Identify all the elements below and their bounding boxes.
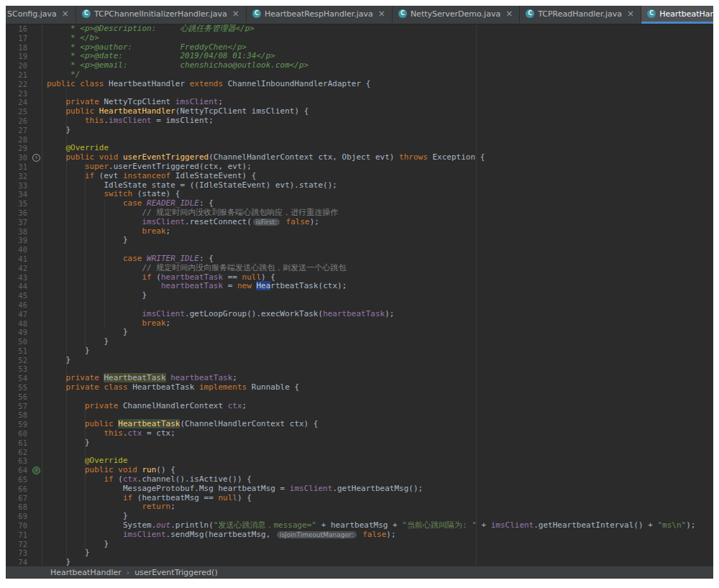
override-marker-icon[interactable]: ↑ [32, 153, 42, 162]
editor-tab[interactable]: CHeartbeatRespHandler.java× [247, 6, 393, 24]
gutter-space [32, 245, 42, 254]
editor-tab[interactable]: CTCPReadHandler.java× [520, 6, 641, 24]
line-number[interactable]: 39 [6, 236, 32, 245]
line-number[interactable]: 24 [6, 98, 32, 107]
line-number[interactable]: 20 [6, 61, 32, 70]
line-number[interactable]: 52 [6, 356, 32, 365]
line-number[interactable]: 17 [6, 34, 32, 43]
gutter-space [32, 548, 42, 558]
line-number[interactable]: 44 [6, 282, 32, 291]
line-number[interactable]: 70 [6, 521, 32, 530]
line-number[interactable]: 41 [6, 254, 32, 264]
code-line: 49 } [6, 328, 713, 337]
tab-label: TCPChannelInitializerHandler.java [94, 9, 227, 19]
code-line: 52 } [6, 356, 713, 365]
line-number[interactable]: 35 [6, 199, 32, 208]
gutter-space [32, 135, 42, 144]
line-number[interactable]: 63 [6, 456, 32, 466]
line-number[interactable]: 28 [6, 135, 32, 144]
line-number[interactable]: 40 [6, 245, 32, 254]
close-tab-icon[interactable]: × [62, 9, 69, 18]
line-number[interactable]: 60 [6, 429, 32, 438]
line-number[interactable]: 22 [6, 80, 32, 89]
line-number[interactable]: 59 [6, 420, 32, 429]
code-area[interactable]: 16 * <p>@Description: 心跳任务管理器</p>17 * </… [6, 24, 713, 566]
line-number[interactable]: 23 [6, 89, 32, 98]
close-tab-icon[interactable]: × [505, 9, 513, 18]
line-number[interactable]: 73 [6, 548, 32, 558]
line-number[interactable]: 49 [6, 328, 32, 337]
line-number[interactable]: 29 [6, 144, 32, 153]
line-number[interactable]: 62 [6, 448, 32, 457]
tab-label: SConfig.java [7, 9, 57, 19]
close-tab-icon[interactable]: × [378, 9, 385, 18]
breadcrumb-class[interactable]: HeartbeatHandler [49, 568, 123, 577]
editor[interactable]: 16 * <p>@Description: 心跳任务管理器</p>17 * </… [6, 24, 713, 566]
line-number[interactable]: 50 [6, 337, 32, 346]
line-number[interactable]: 30 [6, 153, 32, 162]
line-number[interactable]: 32 [6, 172, 32, 181]
gutter-space [32, 199, 42, 208]
line-number[interactable]: 61 [6, 438, 32, 448]
close-tab-icon[interactable]: × [232, 9, 239, 18]
line-number[interactable]: 55 [6, 383, 32, 392]
line-number[interactable]: 58 [6, 410, 32, 420]
gutter-space [32, 484, 42, 494]
line-number[interactable]: 33 [6, 181, 32, 190]
breadcrumb-method[interactable]: userEventTriggered() [133, 568, 219, 577]
line-number[interactable]: 68 [6, 502, 32, 512]
line-number[interactable]: 47 [6, 310, 32, 319]
line-number[interactable]: 38 [6, 227, 32, 236]
code-text: this.imsClient = imsClient; [47, 116, 214, 126]
line-number[interactable]: 66 [6, 484, 32, 494]
gutter-space [32, 540, 42, 549]
tab-label: NettyServerDemo.java [411, 9, 500, 19]
gutter-space [32, 300, 42, 310]
code-text: } [47, 558, 70, 566]
line-number[interactable]: 57 [6, 402, 32, 411]
line-number[interactable]: 53 [6, 364, 32, 374]
line-number[interactable]: 21 [6, 70, 32, 80]
editor-tab[interactable]: CNettyServerDemo.java× [393, 6, 520, 24]
line-number[interactable]: 27 [6, 126, 32, 135]
editor-tab[interactable]: CHeartbeatHandler.java× [641, 6, 713, 24]
line-number[interactable]: 36 [6, 208, 32, 218]
gutter-space [32, 282, 42, 291]
code-line: 73 } [6, 548, 713, 558]
line-number[interactable]: 19 [6, 52, 32, 61]
tab-label: HeartbeatHandler.java [659, 9, 713, 19]
code-line: 60 this.ctx = ctx; [6, 429, 713, 438]
line-number[interactable]: 64 [6, 466, 32, 475]
line-number[interactable]: 65 [6, 475, 32, 484]
line-number[interactable]: 72 [6, 540, 32, 549]
line-number[interactable]: 54 [6, 374, 32, 383]
code-text: } [47, 291, 147, 300]
gutter-space [32, 218, 42, 227]
line-number[interactable]: 48 [6, 319, 32, 329]
line-number[interactable]: 46 [6, 300, 32, 310]
line-number[interactable]: 26 [6, 116, 32, 126]
line-number[interactable]: 45 [6, 291, 32, 300]
line-number[interactable]: 42 [6, 264, 32, 273]
line-number[interactable]: 51 [6, 346, 32, 356]
implements-marker-icon[interactable]: ↑ [32, 466, 42, 475]
line-number[interactable]: 25 [6, 107, 32, 116]
class-icon: C [647, 9, 656, 18]
editor-tab[interactable]: SConfig.java× [6, 6, 76, 24]
line-number[interactable]: 43 [6, 273, 32, 282]
editor-tab[interactable]: CTCPChannelInitializerHandler.java× [76, 6, 247, 24]
line-number[interactable]: 67 [6, 494, 32, 503]
line-number[interactable]: 16 [6, 24, 32, 34]
gutter-space [32, 420, 42, 429]
line-number[interactable]: 18 [6, 43, 32, 52]
line-number[interactable]: 56 [6, 392, 32, 402]
code-text: private ChannelHandlerContext ctx; [47, 402, 247, 411]
line-number[interactable]: 34 [6, 190, 32, 199]
line-number[interactable]: 71 [6, 530, 32, 540]
close-tab-icon[interactable]: × [627, 9, 634, 18]
line-number[interactable]: 37 [6, 218, 32, 227]
line-number[interactable]: 74 [6, 558, 32, 566]
line-number[interactable]: 69 [6, 512, 32, 521]
line-number[interactable]: 31 [6, 162, 32, 172]
code-text: private class HeartbeatTask implements R… [47, 383, 299, 392]
